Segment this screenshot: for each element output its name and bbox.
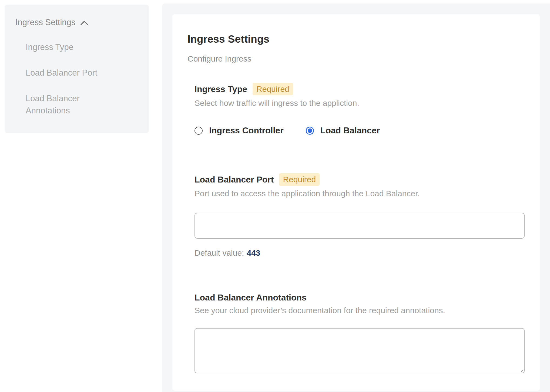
load-balancer-annotations-help: See your cloud provider’s documentation … <box>194 306 525 315</box>
sidebar-nav-list: Ingress Type Load Balancer Port Load Bal… <box>26 41 138 117</box>
required-badge: Required <box>279 173 320 186</box>
radio-selected-icon <box>306 127 314 135</box>
default-value-line: Default value:443 <box>194 248 525 258</box>
chevron-up-icon <box>80 21 88 25</box>
radio-option-load-balancer[interactable]: Load Balancer <box>306 126 380 136</box>
sidebar-item-load-balancer-port[interactable]: Load Balancer Port <box>26 67 115 79</box>
radio-label-ingress-controller: Ingress Controller <box>209 126 284 136</box>
default-value-label: Default value: <box>194 248 244 257</box>
sidebar-item-ingress-type[interactable]: Ingress Type <box>26 41 115 53</box>
config-main-panel: Ingress Settings Configure Ingress Ingre… <box>162 4 550 392</box>
section-load-balancer-annotations: Load Balancer Annotations See your cloud… <box>194 293 525 373</box>
default-value: 443 <box>247 248 260 257</box>
load-balancer-port-heading: Load Balancer Port <box>194 175 274 185</box>
ingress-type-heading: Ingress Type <box>194 84 247 94</box>
radio-option-ingress-controller[interactable]: Ingress Controller <box>194 126 284 136</box>
settings-sidebar: Ingress Settings Ingress Type Load Balan… <box>5 5 149 133</box>
required-badge: Required <box>253 83 293 95</box>
load-balancer-port-input[interactable] <box>194 213 525 239</box>
load-balancer-annotations-textarea[interactable] <box>194 328 525 373</box>
load-balancer-annotations-heading: Load Balancer Annotations <box>194 293 307 303</box>
ingress-type-radio-group: Ingress Controller Load Balancer <box>194 126 525 136</box>
ingress-type-help: Select how traffic will ingress to the a… <box>194 99 525 108</box>
sidebar-item-load-balancer-annotations[interactable]: Load Balancer Annotations <box>26 93 115 117</box>
page-subtitle: Configure Ingress <box>187 54 525 63</box>
load-balancer-port-help: Port used to access the application thro… <box>194 189 525 198</box>
page-title: Ingress Settings <box>187 33 525 45</box>
section-load-balancer-port: Load Balancer Port Required Port used to… <box>194 173 525 258</box>
sidebar-section-label: Ingress Settings <box>15 18 75 27</box>
sidebar-section-ingress-settings[interactable]: Ingress Settings <box>15 18 138 27</box>
ingress-settings-card: Ingress Settings Configure Ingress Ingre… <box>172 14 540 391</box>
section-ingress-type: Ingress Type Required Select how traffic… <box>194 83 525 136</box>
radio-label-load-balancer: Load Balancer <box>320 126 380 136</box>
radio-unselected-icon <box>194 127 203 135</box>
